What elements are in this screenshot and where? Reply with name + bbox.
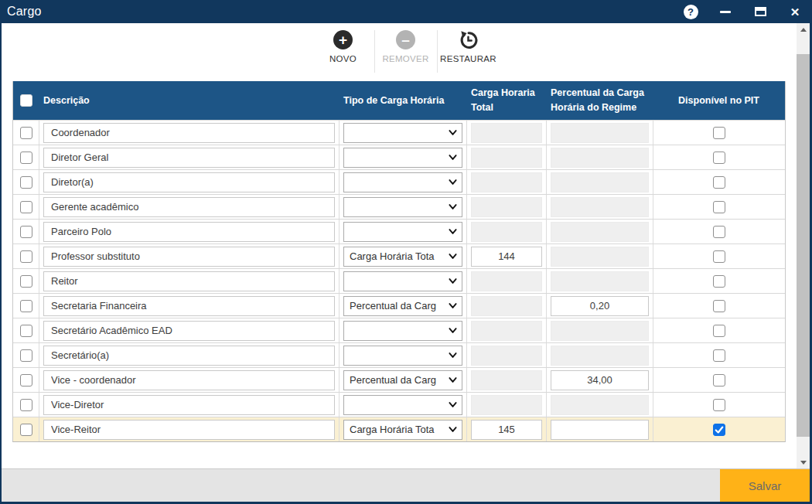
row-select-checkbox[interactable] [20, 226, 32, 238]
tipo-carga-select[interactable]: Carga Horária Tota [343, 247, 462, 267]
percentual-input[interactable] [551, 370, 649, 390]
table-row [13, 318, 785, 342]
row-select-checkbox[interactable] [20, 250, 32, 263]
descricao-input[interactable] [43, 296, 335, 316]
scroll-down-button[interactable] [797, 456, 810, 468]
carga-total-input [471, 148, 542, 168]
tipo-carga-select[interactable] [343, 222, 462, 242]
scroll-up-button[interactable] [797, 23, 810, 36]
scrollbar-thumb[interactable] [797, 54, 810, 437]
disponivel-pit-checkbox[interactable] [713, 127, 725, 139]
carga-total-input[interactable] [471, 420, 542, 440]
descricao-input[interactable] [43, 172, 335, 192]
disponivel-pit-checkbox[interactable] [713, 152, 725, 164]
row-select-checkbox[interactable] [20, 127, 32, 139]
carga-total-input [471, 296, 542, 316]
tipo-carga-select[interactable]: Carga Horária Tota [343, 420, 462, 440]
row-select-checkbox[interactable] [20, 275, 32, 288]
descricao-input[interactable] [43, 148, 335, 168]
descricao-input[interactable] [43, 395, 335, 415]
tipo-carga-value: Carga Horária Tota [350, 250, 435, 262]
row-select-checkbox[interactable] [20, 300, 32, 312]
header-percentual[interactable]: Percentual da Carga Horária do Regime [546, 81, 653, 120]
restore-window-icon [755, 7, 766, 16]
tipo-carga-value: Percentual da Carg [350, 374, 436, 386]
chevron-down-icon [448, 325, 458, 335]
tipo-carga-select[interactable]: Percentual da Carg [343, 296, 462, 316]
title-controls: ? ✕ [683, 4, 803, 19]
header-disponivel-pit[interactable]: Disponível no PIT [653, 81, 785, 120]
disponivel-pit-checkbox[interactable] [713, 250, 725, 263]
table-row [13, 120, 785, 145]
save-button[interactable]: Salvar [720, 469, 810, 502]
header-descricao[interactable]: Descrição [39, 81, 339, 120]
row-select-checkbox[interactable] [20, 424, 32, 436]
percentual-input [551, 172, 649, 192]
tipo-carga-select[interactable]: Percentual da Carg [343, 370, 462, 390]
tipo-carga-select[interactable] [343, 271, 462, 291]
descricao-input[interactable] [43, 247, 335, 267]
descricao-input[interactable] [43, 271, 335, 291]
tipo-carga-select[interactable] [343, 172, 462, 192]
vertical-scrollbar[interactable] [797, 23, 810, 468]
disponivel-pit-checkbox[interactable] [713, 275, 725, 288]
header-tipo-carga[interactable]: Tipo de Carga Horária [339, 81, 466, 120]
descricao-input[interactable] [43, 420, 335, 440]
novo-label: NOVO [329, 54, 357, 63]
tipo-carga-select[interactable] [343, 197, 462, 217]
novo-button[interactable]: + NOVO [313, 30, 374, 63]
disponivel-pit-checkbox[interactable] [713, 176, 725, 189]
table-row: Carga Horária Tota [13, 417, 785, 441]
disponivel-pit-checkbox[interactable] [713, 424, 725, 436]
disponivel-pit-checkbox[interactable] [713, 349, 725, 362]
descricao-input[interactable] [43, 123, 335, 143]
chevron-down-icon [448, 128, 458, 138]
chevron-down-icon [448, 350, 458, 360]
percentual-input [551, 197, 649, 217]
row-select-checkbox[interactable] [20, 201, 32, 213]
row-select-checkbox[interactable] [20, 325, 32, 337]
chevron-down-icon [448, 424, 458, 434]
tipo-carga-select[interactable] [343, 123, 462, 143]
row-select-checkbox[interactable] [20, 176, 32, 189]
percentual-input[interactable] [551, 296, 649, 316]
table-row [13, 145, 785, 169]
restore-button[interactable] [752, 4, 768, 19]
carga-total-input[interactable] [471, 247, 542, 267]
disponivel-pit-checkbox[interactable] [713, 201, 725, 213]
minimize-button[interactable] [718, 4, 733, 19]
toolbar: + NOVO – REMOVER RESTAURAR [2, 23, 810, 81]
table-row: Percentual da Carg [13, 367, 785, 392]
disponivel-pit-checkbox[interactable] [713, 374, 725, 387]
row-select-checkbox[interactable] [20, 152, 32, 164]
disponivel-pit-checkbox[interactable] [713, 399, 725, 411]
select-all-checkbox[interactable] [20, 94, 32, 107]
row-select-checkbox[interactable] [20, 374, 32, 387]
tipo-carga-select[interactable] [343, 395, 462, 415]
descricao-input[interactable] [43, 370, 335, 390]
tipo-carga-select[interactable] [343, 148, 462, 168]
descricao-input[interactable] [43, 321, 335, 341]
tipo-carga-select[interactable] [343, 321, 462, 341]
carga-total-input [471, 172, 542, 192]
row-select-checkbox[interactable] [20, 399, 32, 411]
tipo-carga-select[interactable] [343, 346, 462, 366]
descricao-input[interactable] [43, 346, 335, 366]
close-button[interactable]: ✕ [787, 4, 803, 19]
help-button[interactable]: ? [683, 4, 698, 19]
disponivel-pit-checkbox[interactable] [713, 226, 725, 238]
row-select-checkbox[interactable] [20, 349, 32, 362]
percentual-input [551, 247, 649, 267]
close-icon: ✕ [790, 6, 800, 18]
header-carga-total[interactable]: Carga Horaria Total [466, 81, 546, 120]
descricao-input[interactable] [43, 222, 335, 242]
chevron-down-icon [448, 375, 458, 385]
disponivel-pit-checkbox[interactable] [713, 300, 725, 312]
restaurar-button[interactable]: RESTAURAR [438, 30, 499, 63]
footer-bar: Salvar [2, 468, 810, 502]
disponivel-pit-checkbox[interactable] [713, 325, 725, 337]
remover-button[interactable]: – REMOVER [376, 30, 436, 63]
toolbar-divider [374, 30, 375, 73]
descricao-input[interactable] [43, 197, 335, 217]
percentual-input[interactable] [551, 420, 649, 440]
